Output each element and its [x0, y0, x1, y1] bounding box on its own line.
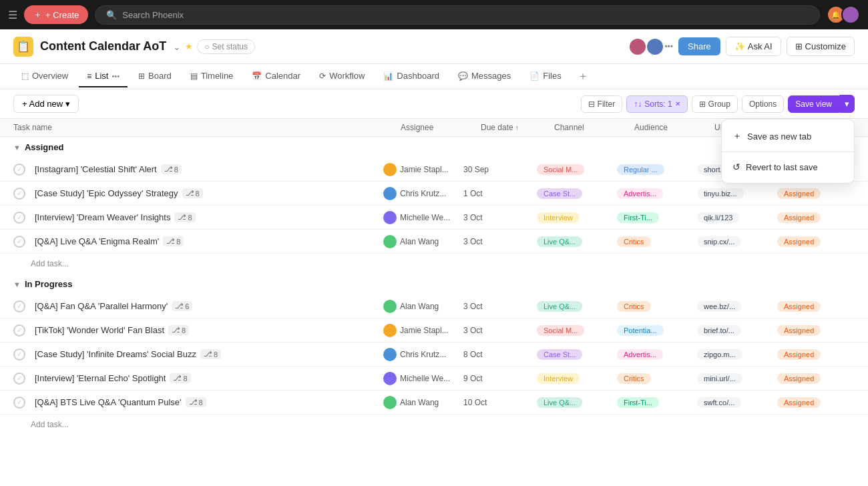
table-row: ✓ [Case Study] 'Epic Odyssey' Strategy ⎇…: [0, 182, 868, 206]
assignee-name: Alan Wang: [400, 398, 439, 407]
tab-list[interactable]: ≡ List •••: [79, 65, 128, 87]
channel-badge: Case St...: [537, 188, 582, 199]
group-label: Group: [708, 99, 730, 109]
table-row: ✓ [Interview] 'Eternal Echo' Spotlight ⎇…: [0, 367, 868, 391]
filter-button[interactable]: ⊟ Filter: [581, 95, 623, 113]
channel-badge: Live Q&...: [537, 236, 582, 247]
avatar-user[interactable]: [841, 5, 860, 24]
assignee-cell: Jamie Stapl...: [383, 163, 463, 176]
dropdown-revert[interactable]: ↺ Revert to last save: [722, 155, 854, 179]
task-check-0-0[interactable]: ✓: [13, 164, 25, 176]
tab-board[interactable]: ⊞ Board: [130, 65, 180, 87]
member-avatars: •••: [630, 39, 673, 55]
save-view-caret[interactable]: ▾: [839, 95, 855, 113]
tab-messages[interactable]: 💬 Messages: [450, 65, 519, 87]
nav-right: 🔔: [827, 5, 860, 24]
add-new-label: + Add new: [22, 99, 63, 109]
task-name: ​[Instagram] 'Celestial Shift' Alert: [35, 164, 157, 174]
tab-calendar-label: Calendar: [265, 71, 300, 81]
dropdown-save-as-new-tab[interactable]: ＋ Save as new tab: [722, 124, 854, 149]
audience-badge: Critics: [617, 236, 651, 247]
task-check-1-3[interactable]: ✓: [13, 373, 25, 385]
task-check-0-1[interactable]: ✓: [13, 188, 25, 200]
tab-workflow[interactable]: ⟳ Workflow: [311, 65, 373, 87]
add-task-label-2: Add task...: [31, 420, 69, 429]
sorts-close-icon[interactable]: ✕: [675, 100, 680, 107]
status-cell: Assigned: [777, 373, 855, 384]
url-cell: tinyu.biz...: [697, 188, 777, 199]
list-icon: ≡: [87, 71, 91, 81]
status-cell: Assigned: [777, 397, 855, 408]
task-name-cell: ✓ [TikTok] 'Wonder World' Fan Blast ⎇8: [13, 324, 383, 336]
channel-badge: Live Q&...: [537, 301, 582, 312]
plus-icon: ＋: [33, 9, 42, 21]
assignee-cell: Alan Wang: [383, 300, 463, 313]
group-button[interactable]: ⊞ Group: [692, 95, 738, 113]
add-new-chevron: ▾: [65, 99, 70, 109]
create-button[interactable]: ＋ + Create: [24, 5, 88, 24]
tab-add-button[interactable]: ＋: [572, 67, 594, 86]
member-avatar-2: [647, 39, 663, 55]
audience-badge: Advertis...: [617, 188, 663, 199]
task-check-1-4[interactable]: ✓: [13, 397, 25, 409]
section-inprogress-header[interactable]: ▼ In Progress: [0, 274, 868, 294]
assignee-cell: Alan Wang: [383, 396, 463, 409]
task-check-1-0[interactable]: ✓: [13, 300, 25, 312]
sorts-button[interactable]: ↑↓ Sorts: 1 ✕: [626, 95, 687, 113]
audience-badge: First-Ti...: [617, 397, 659, 408]
subtask-badge: ⎇8: [174, 212, 195, 222]
assignee-name: Jamie Stapl...: [400, 165, 449, 174]
customize-button[interactable]: ⊞ Customize: [787, 37, 855, 56]
audience-badge: Potentia...: [617, 325, 664, 336]
toolbar: + Add new ▾ ⊟ Filter ↑↓ Sorts: 1 ✕ ⊞ Gro…: [0, 89, 868, 119]
add-task-inprogress[interactable]: Add task...: [0, 415, 868, 435]
dropdown-divider: [722, 152, 854, 152]
hamburger-icon[interactable]: ☰: [8, 9, 17, 21]
task-name-cell: ✓ [Q&A] Fan Q&A 'Parallel Harmony' ⎇6: [13, 300, 383, 312]
task-check-1-1[interactable]: ✓: [13, 324, 25, 336]
tab-files[interactable]: 📄 Files: [521, 65, 569, 87]
tab-dashboard[interactable]: 📊 Dashboard: [375, 65, 447, 87]
task-check-0-3[interactable]: ✓: [13, 236, 25, 248]
url-badge: brief.to/...: [697, 325, 741, 336]
status-badge: Assigned: [777, 212, 821, 223]
channel-cell: Live Q&...: [537, 397, 617, 408]
col-header-audience: Audience: [634, 123, 714, 132]
messages-icon: 💬: [458, 71, 468, 81]
star-icon[interactable]: ★: [185, 41, 193, 51]
task-check-0-2[interactable]: ✓: [13, 212, 25, 224]
tab-timeline[interactable]: ▤ Timeline: [182, 65, 242, 87]
section-assigned-toggle: ▼: [13, 144, 21, 152]
url-badge: tinyu.biz...: [697, 188, 744, 199]
add-task-assigned[interactable]: Add task...: [0, 254, 868, 274]
title-more-button[interactable]: ⌄: [173, 41, 181, 52]
member-more: •••: [664, 39, 673, 55]
assignee-avatar: [383, 396, 397, 409]
ask-ai-button[interactable]: ✨ Ask AI: [726, 37, 781, 56]
channel-badge: Social M...: [537, 325, 584, 336]
toolbar-right: ⊟ Filter ↑↓ Sorts: 1 ✕ ⊞ Group Options S…: [581, 95, 855, 113]
task-name-cell: ✓ [Interview] 'Dream Weaver' Insights ⎇8: [13, 212, 383, 224]
tab-overview[interactable]: ⬚ Overview: [13, 65, 76, 87]
options-button[interactable]: Options: [742, 95, 784, 113]
share-button[interactable]: Share: [678, 37, 720, 55]
customize-label: Customize: [805, 41, 846, 51]
project-title: Content Calendar AoT: [40, 39, 166, 53]
assignee-avatar: [383, 372, 397, 385]
channel-cell: Social M...: [537, 164, 617, 175]
filter-icon: ⊟: [588, 99, 595, 109]
channel-cell: Case St...: [537, 349, 617, 360]
sort-asc-icon[interactable]: ↑: [515, 124, 519, 132]
duedate-cell: 8 Oct: [463, 350, 537, 359]
search-bar[interactable]: 🔍 Search Phoenix: [95, 5, 820, 25]
top-nav: ☰ ＋ + Create 🔍 Search Phoenix 🔔: [0, 0, 868, 29]
set-status-button[interactable]: ○ Set status: [197, 39, 255, 54]
add-new-button[interactable]: + Add new ▾: [13, 95, 79, 113]
tab-calendar[interactable]: 📅 Calendar: [244, 65, 308, 87]
save-view-button[interactable]: Save view: [788, 95, 839, 113]
duedate-cell: 9 Oct: [463, 374, 537, 383]
task-name: [Case Study] 'Infinite Dreams' Social Bu…: [35, 349, 196, 359]
options-label: Options: [749, 99, 777, 109]
task-check-1-2[interactable]: ✓: [13, 348, 25, 360]
save-view-label: Save view: [795, 99, 832, 109]
